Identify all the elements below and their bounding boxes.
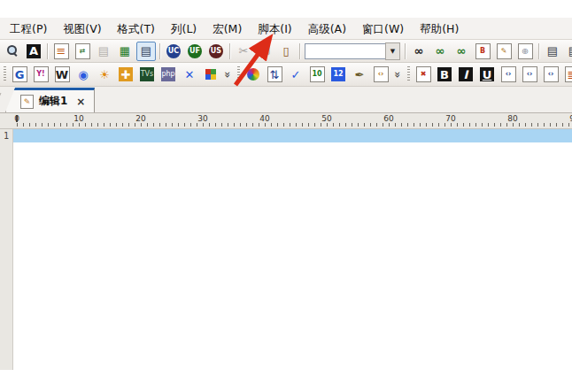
html-doc2-icon[interactable]: ‹› (520, 65, 539, 84)
window-top-strip (0, 0, 572, 18)
menu-item-script[interactable]: 脚本(I) (250, 19, 299, 39)
toolbar-separator (229, 43, 230, 59)
find-in-files-icon[interactable]: ◎ (515, 42, 535, 61)
web-service-blue-icon[interactable]: ◉ (73, 65, 93, 84)
active-line-highlight (13, 129, 572, 142)
html-doc1-icon[interactable]: ‹› (499, 65, 518, 84)
ruler-number: 0 (14, 114, 19, 123)
toolbar-grip[interactable] (407, 66, 410, 82)
italic-icon[interactable]: I (456, 65, 475, 84)
ruler-number: 10 (73, 114, 83, 123)
edit-content[interactable] (13, 129, 572, 370)
syntax-rainbow-icon[interactable]: ≣ (562, 65, 572, 84)
google-search-icon[interactable]: G (10, 65, 29, 84)
ruler-number: 70 (445, 114, 455, 123)
column-marker-icon[interactable]: ▦ (115, 42, 135, 61)
doc-outline1-icon[interactable]: ▤ (543, 42, 562, 61)
windows-colors-icon[interactable] (201, 65, 220, 84)
overflow-chevron-icon[interactable]: » (222, 65, 235, 84)
web-service-orange-icon[interactable]: ☀ (95, 65, 114, 84)
encoding-us-icon[interactable]: US (206, 42, 226, 61)
menu-item-view[interactable]: 视图(V) (55, 19, 109, 39)
wrap-mode-icon[interactable]: ⇄ (73, 42, 92, 61)
flags-tool-icon[interactable]: ✕ (180, 65, 199, 84)
ruler-number: 40 (259, 114, 269, 123)
find-combobox[interactable]: ▼ (305, 42, 400, 60)
bookmark-icon[interactable]: B (473, 42, 492, 61)
color-wheel-icon[interactable] (243, 65, 263, 84)
document-edit-icon: ✎ (20, 95, 34, 109)
paste-icon[interactable]: ▯ (276, 42, 296, 61)
find-up-icon[interactable]: ∞ (430, 42, 450, 61)
web-service-plus-icon[interactable]: ✚ (116, 65, 135, 84)
doc-outline2-icon[interactable]: ▤ (564, 42, 572, 61)
toolbar-separator (159, 43, 160, 59)
ruler-number: 50 (321, 114, 331, 123)
encoding-uc-icon[interactable]: UC (164, 42, 183, 61)
toolbar-grip[interactable] (4, 66, 6, 82)
document-tab-bar: ✎ 编辑1 × (0, 87, 572, 113)
yahoo-search-icon[interactable]: Y! (31, 65, 50, 84)
sort-lines-icon[interactable]: ⇅ (265, 65, 284, 84)
encoding-uf-icon[interactable]: UF (185, 42, 205, 61)
toolbar-separator (538, 43, 539, 59)
menu-item-advanced[interactable]: 高级(A) (300, 19, 354, 39)
editor-area: 1 (0, 129, 572, 370)
toolbar-standard: A≡⇄▤▦▤UCUFUS✂❐▯▼∞∞∞B✎◎▤▤ (0, 40, 572, 63)
column-ruler: 0102030405060708090 (0, 113, 572, 129)
tab-close-icon[interactable]: × (76, 96, 85, 108)
menu-item-macro[interactable]: 宏(M) (205, 19, 250, 39)
menu-item-window[interactable]: 窗口(W) (354, 19, 412, 39)
replace-icon[interactable]: ✎ (494, 42, 514, 61)
list-view-icon[interactable]: ▤ (136, 42, 156, 61)
tab-label: 编辑1 (39, 94, 67, 109)
bold-icon[interactable]: B (435, 65, 454, 84)
underline-icon[interactable]: U (477, 65, 497, 84)
macro-pen-icon[interactable]: ✒ (350, 65, 369, 84)
menu-item-help[interactable]: 帮助(H) (412, 19, 467, 39)
find-combobox-input[interactable] (305, 43, 385, 59)
delete-markup-icon[interactable]: ✖ (414, 65, 433, 84)
ruler-number: 30 (197, 114, 207, 123)
menu-item-project[interactable]: 工程(P) (2, 19, 55, 39)
wikipedia-search-icon[interactable]: W (52, 65, 72, 84)
line-number: 1 (0, 129, 12, 142)
copy-icon[interactable]: ❐ (255, 42, 274, 61)
print-preview-icon[interactable]: ▤ (94, 42, 113, 61)
menu-item-format[interactable]: 格式(T) (110, 19, 163, 39)
ruler-number: 80 (507, 114, 517, 123)
toolbar-tools: GY!W◉☀✚TVsphp✕»⇅✓1012✒‹›»✖BIU‹›‹›‹›≣≣‹› (0, 63, 572, 87)
doc-format-icon[interactable]: ≡ (51, 42, 71, 61)
find-down-icon[interactable]: ∞ (452, 42, 471, 61)
ruler-number: 20 (135, 114, 145, 123)
toolbar-separator (405, 43, 406, 59)
find-binoculars-icon[interactable]: ∞ (409, 42, 429, 61)
toolbar-separator (47, 43, 48, 59)
toolbar-grip[interactable] (237, 66, 240, 82)
ansi-tool-icon[interactable]: TVs (137, 65, 157, 84)
font-style-icon[interactable]: A (24, 42, 43, 61)
overflow-chevron2-icon[interactable]: » (392, 65, 405, 84)
menu-bar: 工程(P)视图(V)格式(T)列(L)宏(M)脚本(I)高级(A)窗口(W)帮助… (0, 18, 572, 40)
find-combobox-dropdown-icon[interactable]: ▼ (385, 42, 400, 60)
toolbar-separator (299, 43, 300, 59)
tab-document-1[interactable]: ✎ 编辑1 × (5, 88, 95, 112)
php-tool-icon[interactable]: php (158, 65, 178, 84)
html-doc3-icon[interactable]: ‹› (541, 65, 560, 84)
ruler-number: 60 (383, 114, 393, 123)
xml-doc-icon[interactable]: ‹› (371, 65, 390, 84)
line-number-gutter: 1 (0, 129, 13, 370)
calendar-icon[interactable]: 12 (329, 65, 348, 84)
insert-date-icon[interactable]: 10 (307, 65, 327, 84)
zoom-icon[interactable] (3, 42, 22, 61)
menu-item-column[interactable]: 列(L) (163, 19, 205, 39)
cut-icon[interactable]: ✂ (234, 42, 253, 61)
spell-check-icon[interactable]: ✓ (286, 65, 305, 84)
